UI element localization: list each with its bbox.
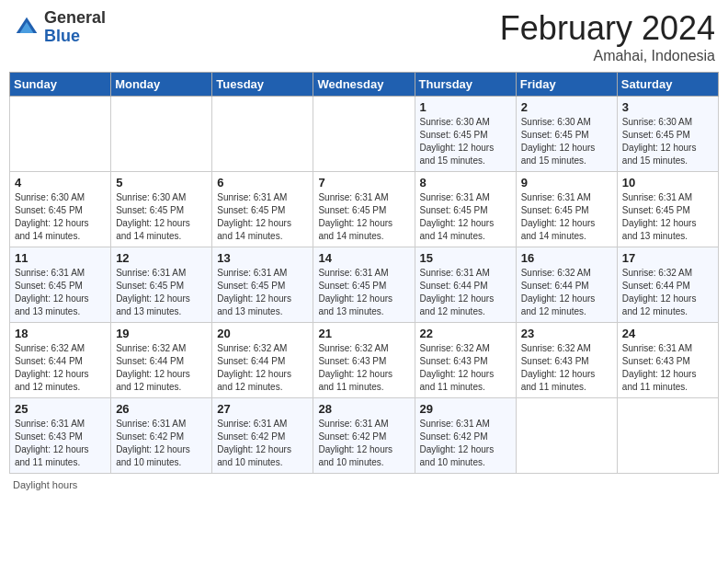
- calendar-cell: 23Sunrise: 6:32 AM Sunset: 6:43 PM Dayli…: [516, 323, 617, 398]
- day-info: Sunrise: 6:32 AM Sunset: 6:44 PM Dayligh…: [217, 342, 308, 394]
- calendar-week-row: 11Sunrise: 6:31 AM Sunset: 6:45 PM Dayli…: [10, 247, 719, 323]
- day-info: Sunrise: 6:32 AM Sunset: 6:43 PM Dayligh…: [521, 342, 612, 394]
- calendar-cell: 19Sunrise: 6:32 AM Sunset: 6:44 PM Dayli…: [111, 323, 212, 398]
- day-number: 16: [521, 251, 612, 265]
- day-number: 18: [15, 327, 106, 340]
- day-info: Sunrise: 6:31 AM Sunset: 6:45 PM Dayligh…: [217, 267, 308, 318]
- day-info: Sunrise: 6:31 AM Sunset: 6:42 PM Dayligh…: [318, 418, 409, 469]
- day-info: Sunrise: 6:31 AM Sunset: 6:45 PM Dayligh…: [318, 267, 409, 318]
- day-info: Sunrise: 6:31 AM Sunset: 6:45 PM Dayligh…: [116, 267, 207, 318]
- calendar-cell: 4Sunrise: 6:30 AM Sunset: 6:45 PM Daylig…: [10, 172, 111, 247]
- calendar-week-row: 25Sunrise: 6:31 AM Sunset: 6:43 PM Dayli…: [10, 398, 719, 474]
- day-number: 20: [217, 327, 308, 340]
- calendar-cell: 18Sunrise: 6:32 AM Sunset: 6:44 PM Dayli…: [10, 323, 111, 398]
- calendar-cell: 27Sunrise: 6:31 AM Sunset: 6:42 PM Dayli…: [212, 398, 313, 474]
- calendar-cell: 15Sunrise: 6:31 AM Sunset: 6:44 PM Dayli…: [415, 247, 516, 323]
- calendar-cell: 12Sunrise: 6:31 AM Sunset: 6:45 PM Dayli…: [111, 247, 212, 323]
- calendar-cell: 29Sunrise: 6:31 AM Sunset: 6:42 PM Dayli…: [415, 398, 516, 474]
- calendar-cell: 16Sunrise: 6:32 AM Sunset: 6:44 PM Dayli…: [516, 247, 617, 323]
- calendar-cell: 5Sunrise: 6:30 AM Sunset: 6:45 PM Daylig…: [111, 172, 212, 247]
- calendar-cell: 11Sunrise: 6:31 AM Sunset: 6:45 PM Dayli…: [10, 247, 111, 323]
- calendar-cell: [516, 398, 617, 474]
- calendar-cell: 25Sunrise: 6:31 AM Sunset: 6:43 PM Dayli…: [10, 398, 111, 474]
- day-info: Sunrise: 6:31 AM Sunset: 6:42 PM Dayligh…: [217, 418, 308, 469]
- day-number: 4: [15, 176, 106, 190]
- calendar-cell: 9Sunrise: 6:31 AM Sunset: 6:45 PM Daylig…: [516, 172, 617, 247]
- day-number: 21: [318, 327, 409, 340]
- day-number: 27: [217, 402, 308, 416]
- day-number: 29: [420, 402, 511, 416]
- day-number: 5: [116, 176, 207, 190]
- weekday-header: Monday: [111, 73, 212, 97]
- calendar-cell: 21Sunrise: 6:32 AM Sunset: 6:43 PM Dayli…: [313, 323, 415, 398]
- calendar-table: SundayMondayTuesdayWednesdayThursdayFrid…: [9, 72, 719, 474]
- calendar-week-row: 1Sunrise: 6:30 AM Sunset: 6:45 PM Daylig…: [10, 97, 719, 172]
- calendar-cell: 1Sunrise: 6:30 AM Sunset: 6:45 PM Daylig…: [415, 97, 516, 172]
- weekday-header: Wednesday: [313, 73, 415, 97]
- calendar-cell: 28Sunrise: 6:31 AM Sunset: 6:42 PM Dayli…: [313, 398, 415, 474]
- calendar-cell: 22Sunrise: 6:32 AM Sunset: 6:43 PM Dayli…: [415, 323, 516, 398]
- day-number: 7: [318, 176, 409, 190]
- day-info: Sunrise: 6:30 AM Sunset: 6:45 PM Dayligh…: [622, 116, 713, 167]
- logo: General Blue: [13, 9, 106, 46]
- calendar-week-row: 4Sunrise: 6:30 AM Sunset: 6:45 PM Daylig…: [10, 172, 719, 247]
- calendar-cell: 10Sunrise: 6:31 AM Sunset: 6:45 PM Dayli…: [617, 172, 718, 247]
- day-info: Sunrise: 6:32 AM Sunset: 6:43 PM Dayligh…: [318, 342, 409, 394]
- calendar-cell: 20Sunrise: 6:32 AM Sunset: 6:44 PM Dayli…: [212, 323, 313, 398]
- weekday-header: Saturday: [617, 73, 718, 97]
- calendar-cell: 14Sunrise: 6:31 AM Sunset: 6:45 PM Dayli…: [313, 247, 415, 323]
- day-info: Sunrise: 6:30 AM Sunset: 6:45 PM Dayligh…: [15, 191, 106, 243]
- day-info: Sunrise: 6:31 AM Sunset: 6:42 PM Dayligh…: [420, 418, 511, 469]
- calendar-cell: 17Sunrise: 6:32 AM Sunset: 6:44 PM Dayli…: [617, 247, 718, 323]
- day-info: Sunrise: 6:31 AM Sunset: 6:45 PM Dayligh…: [622, 191, 713, 243]
- calendar-cell: [10, 97, 111, 172]
- day-info: Sunrise: 6:32 AM Sunset: 6:44 PM Dayligh…: [116, 342, 207, 394]
- day-number: 25: [15, 402, 106, 416]
- day-number: 12: [116, 251, 207, 265]
- day-number: 28: [318, 402, 409, 416]
- day-number: 19: [116, 327, 207, 340]
- weekday-header: Tuesday: [212, 73, 313, 97]
- logo-icon: [13, 14, 40, 41]
- day-number: 17: [622, 251, 713, 265]
- weekday-header: Thursday: [415, 73, 516, 97]
- weekday-header-row: SundayMondayTuesdayWednesdayThursdayFrid…: [10, 73, 719, 97]
- daylight-label: Daylight hours: [13, 479, 77, 490]
- calendar-cell: [111, 97, 212, 172]
- month-title: February 2024: [500, 9, 715, 48]
- day-info: Sunrise: 6:32 AM Sunset: 6:44 PM Dayligh…: [15, 342, 106, 394]
- calendar-cell: 2Sunrise: 6:30 AM Sunset: 6:45 PM Daylig…: [516, 97, 617, 172]
- day-number: 10: [622, 176, 713, 190]
- page-header: General Blue February 2024 Amahai, Indon…: [9, 9, 719, 64]
- day-info: Sunrise: 6:30 AM Sunset: 6:45 PM Dayligh…: [116, 191, 207, 243]
- calendar-cell: [212, 97, 313, 172]
- location-title: Amahai, Indonesia: [500, 48, 715, 64]
- day-number: 9: [521, 176, 612, 190]
- day-number: 15: [420, 251, 511, 265]
- day-number: 3: [622, 100, 713, 114]
- day-info: Sunrise: 6:31 AM Sunset: 6:45 PM Dayligh…: [15, 267, 106, 318]
- calendar-cell: [617, 398, 718, 474]
- day-number: 23: [521, 327, 612, 340]
- day-info: Sunrise: 6:31 AM Sunset: 6:43 PM Dayligh…: [622, 342, 713, 394]
- weekday-header: Sunday: [10, 73, 111, 97]
- calendar-cell: 7Sunrise: 6:31 AM Sunset: 6:45 PM Daylig…: [313, 172, 415, 247]
- day-info: Sunrise: 6:32 AM Sunset: 6:44 PM Dayligh…: [622, 267, 713, 318]
- footer: Daylight hours: [9, 479, 719, 490]
- day-number: 26: [116, 402, 207, 416]
- calendar-cell: 6Sunrise: 6:31 AM Sunset: 6:45 PM Daylig…: [212, 172, 313, 247]
- day-info: Sunrise: 6:32 AM Sunset: 6:43 PM Dayligh…: [420, 342, 511, 394]
- day-info: Sunrise: 6:31 AM Sunset: 6:43 PM Dayligh…: [15, 418, 106, 469]
- day-number: 24: [622, 327, 713, 340]
- calendar-cell: 13Sunrise: 6:31 AM Sunset: 6:45 PM Dayli…: [212, 247, 313, 323]
- day-number: 1: [420, 100, 511, 114]
- logo-text: General Blue: [44, 9, 106, 46]
- calendar-cell: 3Sunrise: 6:30 AM Sunset: 6:45 PM Daylig…: [617, 97, 718, 172]
- day-info: Sunrise: 6:30 AM Sunset: 6:45 PM Dayligh…: [420, 116, 511, 167]
- day-number: 22: [420, 327, 511, 340]
- day-number: 2: [521, 100, 612, 114]
- calendar-cell: [313, 97, 415, 172]
- day-number: 13: [217, 251, 308, 265]
- day-info: Sunrise: 6:31 AM Sunset: 6:45 PM Dayligh…: [217, 191, 308, 243]
- calendar-cell: 24Sunrise: 6:31 AM Sunset: 6:43 PM Dayli…: [617, 323, 718, 398]
